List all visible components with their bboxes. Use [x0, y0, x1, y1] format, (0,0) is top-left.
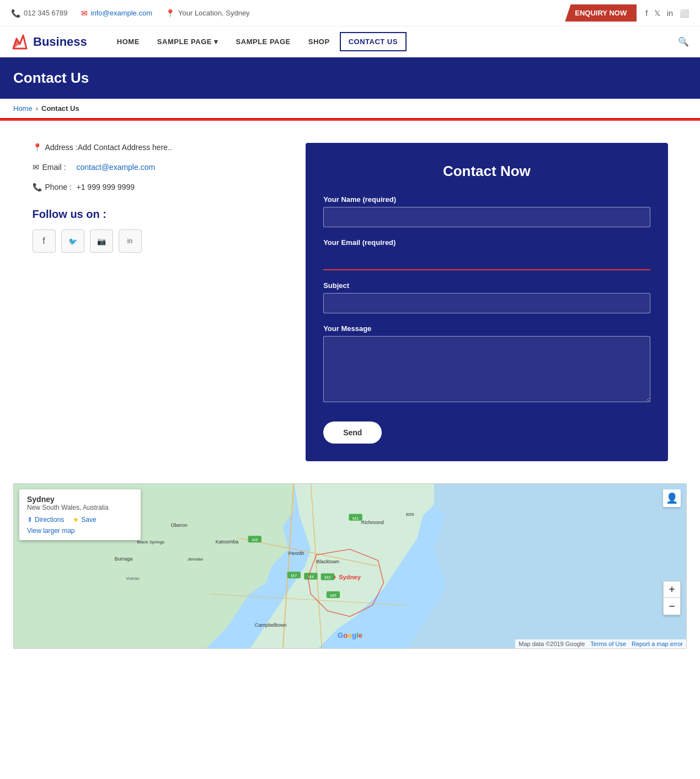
email-value[interactable]: contact@example.com — [77, 163, 156, 172]
phone-value: +1 999 999 9999 — [77, 183, 135, 191]
svg-text:Richmond: Richmond — [361, 520, 384, 525]
linkedin-top-icon[interactable]: in — [667, 9, 673, 18]
phone-contact-icon: 📞 — [33, 183, 42, 191]
email-label: ✉ Email : — [33, 163, 77, 172]
main-content: 📍 Address : Add Contact Address here.. ✉… — [19, 121, 681, 483]
svg-text:Blacktown: Blacktown — [317, 559, 340, 564]
page-title: Contact Us — [13, 70, 687, 87]
svg-text:M1: M1 — [352, 516, 359, 521]
map-zoom-controls: + − — [663, 581, 681, 615]
svg-text:Penrith: Penrith — [288, 551, 304, 556]
svg-text:Black Springs: Black Springs — [137, 540, 164, 545]
email-row: ✉ Email : contact@example.com — [33, 163, 284, 172]
message-label: Your Message — [323, 324, 650, 333]
email-address: info@example.com — [91, 9, 152, 17]
twitter-top-icon[interactable]: 𝕏 — [654, 9, 660, 18]
svg-text:Sydney: Sydney — [339, 574, 361, 580]
address-icon: 📍 — [33, 143, 42, 152]
save-link[interactable]: ★ Save — [73, 516, 96, 524]
phone-icon: 📞 — [11, 9, 20, 18]
map-info-box: Sydney New South Wales, Australia ⬆ Dire… — [19, 489, 141, 540]
address-row: 📍 Address : Add Contact Address here.. — [33, 143, 284, 152]
facebook-top-icon[interactable]: f — [645, 9, 648, 18]
twitter-button[interactable]: 🐦 — [61, 230, 84, 253]
logo-text: Business — [33, 35, 87, 49]
nav-home[interactable]: HOME — [109, 33, 147, 50]
zoom-out-button[interactable]: − — [664, 598, 680, 615]
view-larger-link[interactable]: View larger map — [27, 527, 133, 535]
map-section: Sydney Katoomba Oberon Burraga Black Spr… — [13, 483, 687, 649]
form-title: Contact Now — [323, 163, 650, 180]
svg-text:M7: M7 — [291, 573, 297, 578]
top-bar-left: 📞 012 345 6789 ✉ info@example.com 📍 Your… — [11, 9, 565, 18]
address-label: 📍 Address : — [33, 143, 78, 152]
social-buttons: f 🐦 📷 in — [33, 230, 284, 253]
contact-info: 📍 Address : Add Contact Address here.. ✉… — [33, 143, 284, 461]
email-contact-icon: ✉ — [33, 163, 39, 172]
svg-text:Burraga: Burraga — [115, 556, 133, 562]
zoom-in-button[interactable]: + — [664, 581, 680, 598]
nav-links: HOME SAMPLE PAGE ▾ SAMPLE PAGE SHOP CONT… — [109, 32, 678, 51]
contact-form: Contact Now Your Name (required) Your Em… — [306, 143, 667, 461]
phone-number: 012 345 6789 — [24, 9, 68, 17]
phone-item: 📞 012 345 6789 — [11, 9, 68, 18]
instagram-top-icon[interactable]: ⬜ — [680, 9, 689, 18]
map-links: ⬆ Directions ★ Save — [27, 516, 133, 524]
map-state: New South Wales, Australia — [27, 504, 133, 511]
top-bar: 📞 012 345 6789 ✉ info@example.com 📍 Your… — [0, 0, 700, 26]
follow-title: Follow us on : — [33, 208, 284, 221]
breadcrumb-home[interactable]: Home — [13, 104, 33, 113]
svg-text:A9: A9 — [252, 537, 258, 542]
svg-text:M5: M5 — [330, 593, 336, 598]
subject-input[interactable] — [323, 293, 650, 313]
name-group: Your Name (required) — [323, 195, 650, 227]
subject-label: Subject — [323, 281, 650, 290]
search-icon[interactable]: 🔍 — [678, 36, 689, 47]
nav-bar: Business HOME SAMPLE PAGE ▾ SAMPLE PAGE … — [0, 26, 700, 57]
report-link[interactable]: Report a map error — [632, 641, 683, 647]
subject-group: Subject — [323, 281, 650, 313]
save-icon: ★ — [73, 516, 79, 524]
svg-text:Jenolan: Jenolan — [188, 557, 203, 562]
email-icon: ✉ — [81, 9, 88, 18]
name-label: Your Name (required) — [323, 195, 650, 204]
svg-text:Campbelltown: Campbelltown — [255, 622, 287, 628]
nav-sample1[interactable]: SAMPLE PAGE ▾ — [149, 33, 226, 50]
instagram-button[interactable]: 📷 — [90, 230, 113, 253]
email-input[interactable] — [323, 250, 650, 270]
terms-link[interactable]: Terms of Use — [590, 641, 626, 647]
message-group: Your Message — [323, 324, 650, 404]
breadcrumb-current: Contact Us — [41, 104, 79, 113]
svg-text:Vulcan: Vulcan — [126, 576, 140, 581]
breadcrumb-separator: › — [36, 104, 38, 113]
svg-text:Katoomba: Katoomba — [216, 539, 239, 545]
email-form-label: Your Email (required) — [323, 238, 650, 247]
phone-row: 📞 Phone : +1 999 999 9999 — [33, 183, 284, 191]
logo[interactable]: Business — [11, 33, 87, 51]
message-textarea[interactable] — [323, 336, 650, 402]
phone-label: 📞 Phone : — [33, 183, 77, 191]
breadcrumb: Home › Contact Us — [0, 99, 700, 119]
nav-sample2[interactable]: SAMPLE PAGE — [228, 33, 298, 50]
location-icon: 📍 — [165, 9, 175, 18]
email-group: Your Email (required) — [323, 238, 650, 270]
page-header: Contact Us — [0, 57, 700, 99]
directions-link[interactable]: ⬆ Directions — [27, 516, 64, 524]
map-data-text: Map data ©2019 Google — [519, 641, 585, 647]
address-value: Add Contact Address here.. — [78, 143, 172, 152]
nav-contact[interactable]: CONTACT US — [340, 32, 407, 51]
svg-text:Oberon: Oberon — [170, 522, 187, 528]
nav-shop[interactable]: SHOP — [301, 33, 338, 50]
svg-text:M2: M2 — [324, 575, 331, 580]
map-city: Sydney — [27, 495, 133, 504]
directions-icon: ⬆ — [27, 516, 33, 524]
google-logo: Google — [338, 631, 362, 639]
map-user-icon[interactable]: 👤 — [663, 489, 681, 507]
linkedin-button[interactable]: in — [119, 230, 142, 253]
enquiry-button[interactable]: ENQUIRY NOW — [565, 4, 637, 22]
send-button[interactable]: Send — [323, 421, 382, 444]
name-input[interactable] — [323, 207, 650, 227]
email-item: ✉ info@example.com — [81, 9, 152, 18]
facebook-button[interactable]: f — [33, 230, 56, 253]
logo-icon — [11, 33, 29, 51]
